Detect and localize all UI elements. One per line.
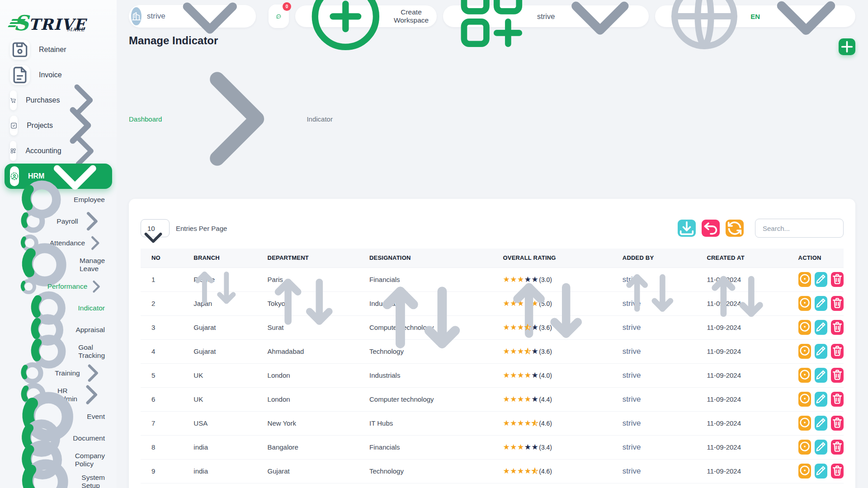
sidebar-item-retainer[interactable]: Retainer — [5, 37, 112, 62]
breadcrumb-dashboard-link[interactable]: Dashboard — [129, 115, 162, 123]
search-input[interactable] — [755, 219, 844, 238]
delete-button[interactable] — [831, 440, 844, 455]
edit-button[interactable] — [815, 368, 827, 383]
delete-button[interactable] — [831, 320, 844, 335]
export-download-button[interactable] — [678, 220, 696, 237]
rating-value: (4.4) — [539, 396, 552, 403]
sidebar-item-label: Company Policy — [75, 452, 105, 468]
edit-pencil-icon — [815, 296, 827, 310]
cell-added-by: strive — [612, 339, 696, 363]
table-row: 9indiaGujaratTechnology★★★★★(4.6)strive1… — [141, 459, 844, 483]
refresh-button[interactable] — [726, 220, 744, 237]
undo-icon — [702, 219, 720, 237]
cell-action — [788, 363, 844, 387]
view-button[interactable] — [798, 344, 811, 359]
app-switcher[interactable]: strive — [443, 5, 649, 27]
star-full-icon: ★ — [510, 371, 517, 379]
view-icon — [798, 344, 811, 358]
delete-button[interactable] — [831, 296, 844, 311]
column-header-created-at[interactable]: CREATED AT — [696, 249, 787, 267]
edit-button[interactable] — [815, 392, 827, 407]
trash-icon — [831, 440, 844, 454]
cell-overall-rating: ★★★★★(4.6) — [492, 411, 611, 435]
view-button[interactable] — [798, 392, 811, 407]
sort-icon[interactable] — [696, 255, 779, 339]
delete-button[interactable] — [831, 416, 844, 431]
view-button[interactable] — [798, 368, 811, 383]
view-icon — [798, 440, 811, 454]
cell-no: 2 — [141, 291, 183, 315]
delete-button[interactable] — [831, 368, 844, 383]
brand-logo: S TRIVE MAKE — [0, 5, 117, 33]
star-full-icon: ★ — [524, 395, 532, 403]
edit-button[interactable] — [815, 416, 827, 431]
column-header-department[interactable]: DEPARTMENT — [257, 249, 359, 267]
edit-button[interactable] — [815, 296, 827, 311]
star-full-icon: ★ — [510, 467, 517, 475]
star-full-icon: ★ — [503, 467, 510, 475]
workspace-selector[interactable]: strive — [129, 5, 256, 28]
table-toolbar: 10 Entries Per Page — [141, 219, 844, 238]
column-header-no: NO — [141, 249, 183, 267]
column-header-action: ACTION — [788, 249, 844, 267]
sort-icon[interactable] — [257, 255, 350, 350]
delete-button[interactable] — [831, 344, 844, 359]
table-row: 7USANew YorkIT Hubs★★★★★(4.6)strive11-09… — [141, 411, 844, 435]
rating-value: (4.6) — [539, 420, 552, 427]
column-header-overall-rating[interactable]: OVERALL RATING — [492, 249, 611, 267]
sort-icon[interactable] — [359, 255, 484, 381]
sidebar-item-manage-leave[interactable]: Manage Leave — [5, 254, 112, 276]
sidebar-item-employee[interactable]: Employee — [5, 189, 112, 211]
edit-button[interactable] — [815, 344, 827, 359]
view-button[interactable] — [798, 272, 811, 287]
column-header-branch[interactable]: BRANCH — [183, 249, 256, 267]
column-header-added-by[interactable]: ADDED BY — [612, 249, 696, 267]
view-icon — [798, 416, 811, 430]
ring-bullet-icon — [20, 456, 71, 488]
cell-action — [788, 435, 844, 459]
building-icon — [131, 11, 142, 21]
view-icon — [798, 320, 811, 334]
column-header-designation[interactable]: DESIGNATION — [359, 249, 492, 267]
delete-button[interactable] — [831, 392, 844, 407]
create-workspace-button[interactable]: Create Workspace — [295, 5, 437, 27]
sidebar-item-label: System Setup — [81, 474, 105, 488]
entries-select-input[interactable]: 10 — [141, 219, 170, 237]
view-button[interactable] — [798, 416, 811, 431]
sidebar-item-label: Retainer — [39, 46, 106, 54]
delete-button[interactable] — [831, 272, 844, 287]
trash-icon — [831, 344, 844, 358]
chat-button[interactable]: 0 — [269, 5, 289, 28]
view-button[interactable] — [798, 464, 811, 479]
add-indicator-button[interactable] — [839, 38, 855, 55]
edit-button[interactable] — [815, 464, 827, 479]
chat-badge: 0 — [283, 2, 291, 11]
edit-button[interactable] — [815, 320, 827, 335]
undo-button[interactable] — [702, 220, 720, 237]
star-full-icon: ★ — [517, 443, 524, 451]
delete-button[interactable] — [831, 464, 844, 479]
cell-added-by: strive — [612, 459, 696, 483]
trash-icon — [831, 296, 844, 310]
cell-designation: Financials — [359, 435, 492, 459]
language-selector[interactable]: EN — [655, 5, 855, 27]
cell-branch: india — [183, 435, 256, 459]
edit-pencil-icon — [815, 464, 827, 478]
sidebar-item-payroll[interactable]: Payroll — [5, 211, 112, 232]
sort-icon[interactable] — [492, 255, 603, 367]
page-header: Manage Indicator Dashboard Indicator — [129, 34, 855, 187]
entries-per-page-select[interactable]: 10 — [141, 219, 170, 237]
view-button[interactable] — [798, 320, 811, 335]
view-button[interactable] — [798, 440, 811, 455]
cell-action — [788, 339, 844, 363]
edit-button[interactable] — [815, 440, 827, 455]
sort-icon[interactable] — [183, 255, 248, 322]
sidebar-item-goal-tracking[interactable]: Goal Tracking — [5, 341, 112, 362]
sidebar-item-system-setup[interactable]: System Setup — [5, 471, 112, 488]
page-title: Manage Indicator — [129, 34, 333, 47]
sort-icon[interactable] — [612, 255, 688, 333]
view-button[interactable] — [798, 296, 811, 311]
app-root: S TRIVE MAKE RetainerInvoicePurchasesPro… — [0, 0, 868, 488]
refresh-icon — [726, 219, 744, 237]
edit-button[interactable] — [815, 272, 827, 287]
